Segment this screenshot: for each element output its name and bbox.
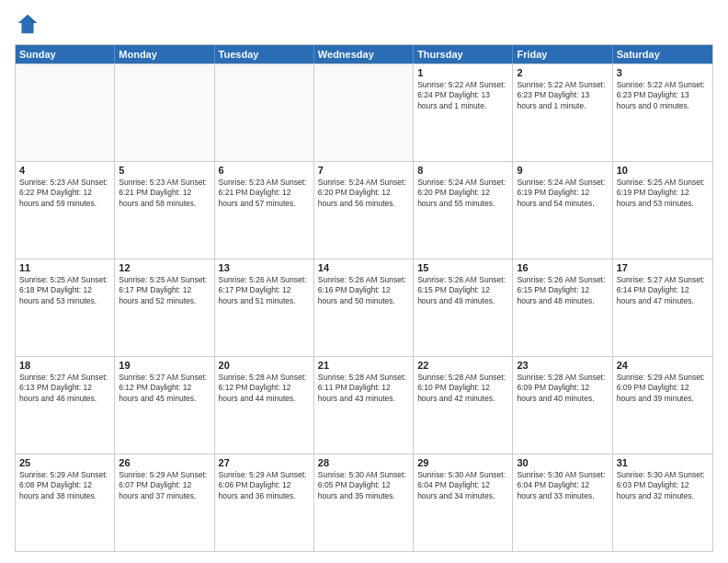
- day-number: 4: [19, 165, 110, 176]
- day-info: Sunrise: 5:28 AM Sunset: 6:11 PM Dayligh…: [318, 373, 409, 404]
- cal-cell-26: 26Sunrise: 5:29 AM Sunset: 6:07 PM Dayli…: [115, 454, 214, 551]
- day-info: Sunrise: 5:22 AM Sunset: 6:24 PM Dayligh…: [417, 80, 508, 111]
- week-row-0: 1Sunrise: 5:22 AM Sunset: 6:24 PM Daylig…: [16, 63, 712, 161]
- day-info: Sunrise: 5:29 AM Sunset: 6:06 PM Dayligh…: [219, 470, 310, 501]
- cal-cell-16: 16Sunrise: 5:26 AM Sunset: 6:15 PM Dayli…: [513, 259, 612, 356]
- header-day-wednesday: Wednesday: [314, 45, 414, 63]
- cal-cell-22: 22Sunrise: 5:28 AM Sunset: 6:10 PM Dayli…: [414, 357, 513, 454]
- calendar: SundayMondayTuesdayWednesdayThursdayFrid…: [15, 44, 713, 552]
- day-number: 9: [517, 165, 608, 176]
- day-number: 21: [318, 360, 409, 371]
- day-number: 25: [19, 457, 110, 468]
- cal-cell-4: 4Sunrise: 5:23 AM Sunset: 6:22 PM Daylig…: [16, 162, 115, 259]
- cal-cell-empty-0-1: [115, 64, 214, 161]
- day-number: 1: [417, 67, 508, 78]
- day-number: 13: [219, 262, 310, 273]
- day-number: 11: [19, 262, 110, 273]
- header-day-sunday: Sunday: [16, 45, 115, 63]
- day-info: Sunrise: 5:30 AM Sunset: 6:04 PM Dayligh…: [417, 470, 508, 501]
- header-day-saturday: Saturday: [613, 45, 712, 63]
- day-number: 28: [318, 457, 409, 468]
- logo-icon: [15, 11, 40, 37]
- day-number: 24: [617, 360, 709, 371]
- day-info: Sunrise: 5:25 AM Sunset: 6:18 PM Dayligh…: [19, 275, 110, 306]
- cal-cell-23: 23Sunrise: 5:28 AM Sunset: 6:09 PM Dayli…: [513, 357, 612, 454]
- cal-cell-25: 25Sunrise: 5:29 AM Sunset: 6:08 PM Dayli…: [16, 454, 115, 551]
- day-info: Sunrise: 5:22 AM Sunset: 6:23 PM Dayligh…: [517, 80, 608, 111]
- day-info: Sunrise: 5:29 AM Sunset: 6:07 PM Dayligh…: [119, 470, 210, 501]
- day-info: Sunrise: 5:27 AM Sunset: 6:12 PM Dayligh…: [119, 373, 210, 404]
- header-day-friday: Friday: [513, 45, 612, 63]
- day-info: Sunrise: 5:28 AM Sunset: 6:09 PM Dayligh…: [517, 373, 608, 404]
- day-info: Sunrise: 5:26 AM Sunset: 6:15 PM Dayligh…: [417, 275, 508, 306]
- cal-cell-7: 7Sunrise: 5:24 AM Sunset: 6:20 PM Daylig…: [314, 162, 414, 259]
- cal-cell-30: 30Sunrise: 5:30 AM Sunset: 6:04 PM Dayli…: [513, 454, 612, 551]
- svg-marker-0: [18, 15, 38, 34]
- calendar-body: 1Sunrise: 5:22 AM Sunset: 6:24 PM Daylig…: [16, 63, 712, 551]
- cal-cell-12: 12Sunrise: 5:25 AM Sunset: 6:17 PM Dayli…: [115, 259, 214, 356]
- cal-cell-empty-0-3: [314, 64, 414, 161]
- day-info: Sunrise: 5:26 AM Sunset: 6:15 PM Dayligh…: [517, 275, 608, 306]
- day-info: Sunrise: 5:29 AM Sunset: 6:08 PM Dayligh…: [19, 470, 110, 501]
- day-info: Sunrise: 5:28 AM Sunset: 6:10 PM Dayligh…: [417, 373, 508, 404]
- day-info: Sunrise: 5:24 AM Sunset: 6:19 PM Dayligh…: [517, 178, 608, 209]
- day-info: Sunrise: 5:30 AM Sunset: 6:05 PM Dayligh…: [318, 470, 409, 501]
- cal-cell-2: 2Sunrise: 5:22 AM Sunset: 6:23 PM Daylig…: [513, 64, 612, 161]
- day-number: 18: [19, 360, 110, 371]
- day-info: Sunrise: 5:27 AM Sunset: 6:13 PM Dayligh…: [19, 373, 110, 404]
- cal-cell-24: 24Sunrise: 5:29 AM Sunset: 6:09 PM Dayli…: [613, 357, 712, 454]
- cal-cell-31: 31Sunrise: 5:30 AM Sunset: 6:03 PM Dayli…: [613, 454, 712, 551]
- day-info: Sunrise: 5:28 AM Sunset: 6:12 PM Dayligh…: [219, 373, 310, 404]
- week-row-3: 18Sunrise: 5:27 AM Sunset: 6:13 PM Dayli…: [16, 356, 712, 454]
- day-number: 17: [617, 262, 709, 273]
- day-number: 15: [417, 262, 508, 273]
- day-info: Sunrise: 5:24 AM Sunset: 6:20 PM Dayligh…: [318, 178, 409, 209]
- day-number: 22: [417, 360, 508, 371]
- day-info: Sunrise: 5:30 AM Sunset: 6:03 PM Dayligh…: [617, 470, 709, 501]
- cal-cell-3: 3Sunrise: 5:22 AM Sunset: 6:23 PM Daylig…: [613, 64, 712, 161]
- day-number: 27: [219, 457, 310, 468]
- day-number: 10: [617, 165, 709, 176]
- day-info: Sunrise: 5:23 AM Sunset: 6:22 PM Dayligh…: [19, 178, 110, 209]
- cal-cell-empty-0-0: [16, 64, 115, 161]
- day-number: 7: [318, 165, 409, 176]
- day-info: Sunrise: 5:25 AM Sunset: 6:19 PM Dayligh…: [617, 178, 709, 209]
- day-info: Sunrise: 5:26 AM Sunset: 6:17 PM Dayligh…: [219, 275, 310, 306]
- cal-cell-14: 14Sunrise: 5:26 AM Sunset: 6:16 PM Dayli…: [314, 259, 414, 356]
- cal-cell-17: 17Sunrise: 5:27 AM Sunset: 6:14 PM Dayli…: [613, 259, 712, 356]
- day-number: 12: [119, 262, 210, 273]
- cal-cell-27: 27Sunrise: 5:29 AM Sunset: 6:06 PM Dayli…: [215, 454, 314, 551]
- day-number: 2: [517, 67, 608, 78]
- cal-cell-18: 18Sunrise: 5:27 AM Sunset: 6:13 PM Dayli…: [16, 357, 115, 454]
- calendar-header: SundayMondayTuesdayWednesdayThursdayFrid…: [16, 45, 712, 63]
- cal-cell-1: 1Sunrise: 5:22 AM Sunset: 6:24 PM Daylig…: [414, 64, 513, 161]
- day-info: Sunrise: 5:24 AM Sunset: 6:20 PM Dayligh…: [417, 178, 508, 209]
- cal-cell-15: 15Sunrise: 5:26 AM Sunset: 6:15 PM Dayli…: [414, 259, 513, 356]
- cal-cell-10: 10Sunrise: 5:25 AM Sunset: 6:19 PM Dayli…: [613, 162, 712, 259]
- cal-cell-empty-0-2: [215, 64, 314, 161]
- cal-cell-20: 20Sunrise: 5:28 AM Sunset: 6:12 PM Dayli…: [215, 357, 314, 454]
- cal-cell-11: 11Sunrise: 5:25 AM Sunset: 6:18 PM Dayli…: [16, 259, 115, 356]
- week-row-4: 25Sunrise: 5:29 AM Sunset: 6:08 PM Dayli…: [16, 454, 712, 551]
- week-row-1: 4Sunrise: 5:23 AM Sunset: 6:22 PM Daylig…: [16, 161, 712, 259]
- day-info: Sunrise: 5:29 AM Sunset: 6:09 PM Dayligh…: [617, 373, 709, 404]
- day-number: 19: [119, 360, 210, 371]
- day-number: 30: [517, 457, 608, 468]
- day-number: 3: [617, 67, 709, 78]
- day-number: 26: [119, 457, 210, 468]
- cal-cell-29: 29Sunrise: 5:30 AM Sunset: 6:04 PM Dayli…: [414, 454, 513, 551]
- day-number: 6: [219, 165, 310, 176]
- day-info: Sunrise: 5:27 AM Sunset: 6:14 PM Dayligh…: [617, 275, 709, 306]
- cal-cell-6: 6Sunrise: 5:23 AM Sunset: 6:21 PM Daylig…: [215, 162, 314, 259]
- cal-cell-21: 21Sunrise: 5:28 AM Sunset: 6:11 PM Dayli…: [314, 357, 414, 454]
- header-day-tuesday: Tuesday: [215, 45, 314, 63]
- day-number: 14: [318, 262, 409, 273]
- cal-cell-5: 5Sunrise: 5:23 AM Sunset: 6:21 PM Daylig…: [115, 162, 214, 259]
- page: SundayMondayTuesdayWednesdayThursdayFrid…: [0, 0, 728, 563]
- day-number: 23: [517, 360, 608, 371]
- day-number: 8: [417, 165, 508, 176]
- day-info: Sunrise: 5:25 AM Sunset: 6:17 PM Dayligh…: [119, 275, 210, 306]
- header: [15, 11, 713, 37]
- day-number: 5: [119, 165, 210, 176]
- cal-cell-19: 19Sunrise: 5:27 AM Sunset: 6:12 PM Dayli…: [115, 357, 214, 454]
